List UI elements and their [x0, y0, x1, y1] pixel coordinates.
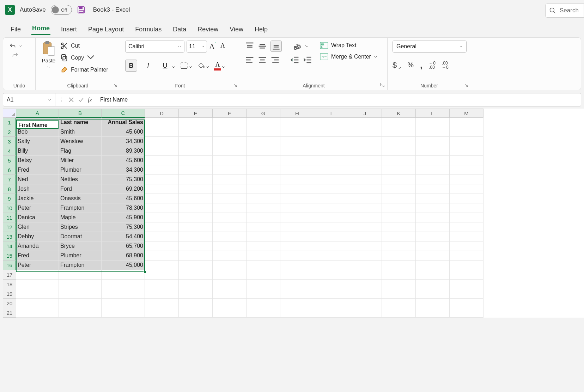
cell[interactable] — [213, 280, 247, 289]
cell[interactable] — [145, 184, 179, 194]
column-header[interactable]: C — [102, 109, 145, 118]
cell[interactable] — [450, 270, 483, 280]
cell[interactable] — [314, 146, 348, 156]
cell[interactable] — [280, 308, 314, 318]
cell[interactable] — [145, 222, 179, 232]
cell[interactable] — [213, 270, 247, 280]
cell[interactable] — [280, 137, 314, 146]
cell[interactable] — [179, 165, 213, 175]
cell[interactable] — [348, 280, 382, 289]
cell[interactable] — [247, 270, 280, 280]
cell[interactable] — [348, 137, 382, 146]
dialog-launcher-icon[interactable] — [463, 82, 469, 88]
tab-help[interactable]: Help — [254, 24, 268, 35]
column-header[interactable]: E — [179, 109, 213, 118]
cell[interactable] — [416, 232, 450, 241]
cell[interactable] — [314, 270, 348, 280]
cell[interactable] — [382, 213, 416, 222]
redo-button[interactable] — [11, 52, 20, 59]
cell[interactable] — [179, 289, 213, 299]
cell[interactable] — [247, 194, 280, 203]
cell[interactable] — [314, 299, 348, 308]
cell[interactable] — [213, 118, 247, 127]
cell[interactable]: Annual Sales — [102, 118, 145, 127]
cell[interactable]: Doormat — [59, 232, 102, 241]
cell[interactable] — [450, 184, 483, 194]
column-header[interactable]: L — [416, 109, 450, 118]
cell[interactable] — [450, 261, 483, 270]
cut-button[interactable]: Cut — [60, 42, 108, 50]
cell[interactable] — [416, 184, 450, 194]
cell[interactable] — [102, 280, 145, 289]
increase-decimal-button[interactable]: ←0.00 — [429, 61, 436, 69]
cell[interactable] — [145, 308, 179, 318]
cell[interactable] — [280, 261, 314, 270]
cell[interactable]: First Name — [16, 118, 59, 127]
cell[interactable] — [247, 241, 280, 251]
cell[interactable] — [280, 175, 314, 184]
tab-view[interactable]: View — [229, 24, 244, 35]
cell[interactable]: 69,200 — [102, 184, 145, 194]
row-header[interactable]: 21 — [3, 308, 16, 318]
cell[interactable] — [416, 261, 450, 270]
cell[interactable] — [314, 194, 348, 203]
row-header[interactable]: 3 — [3, 137, 16, 146]
cell[interactable] — [348, 261, 382, 270]
name-box[interactable]: A1 — [3, 93, 55, 106]
row-header[interactable]: 15 — [3, 251, 16, 261]
cell[interactable] — [382, 137, 416, 146]
cell[interactable] — [280, 289, 314, 299]
cell[interactable] — [16, 299, 59, 308]
cell[interactable] — [314, 280, 348, 289]
cell[interactable]: Flag — [59, 146, 102, 156]
cell[interactable]: Miller — [59, 156, 102, 165]
cell[interactable] — [213, 194, 247, 203]
cell[interactable] — [59, 280, 102, 289]
cell[interactable] — [314, 251, 348, 261]
cell[interactable] — [213, 137, 247, 146]
cell[interactable] — [247, 299, 280, 308]
cell[interactable]: Plumber — [59, 165, 102, 175]
cell[interactable] — [280, 165, 314, 175]
cell[interactable] — [247, 165, 280, 175]
cell[interactable] — [280, 213, 314, 222]
cell[interactable] — [145, 289, 179, 299]
cell[interactable] — [145, 241, 179, 251]
cell[interactable] — [59, 270, 102, 280]
cell[interactable]: Frampton — [59, 261, 102, 270]
cell[interactable] — [382, 270, 416, 280]
cell[interactable]: Last name — [59, 118, 102, 127]
cell[interactable] — [416, 165, 450, 175]
cell[interactable] — [348, 213, 382, 222]
cell[interactable] — [450, 232, 483, 241]
cell[interactable] — [450, 289, 483, 299]
cell[interactable] — [280, 241, 314, 251]
enter-icon[interactable] — [78, 97, 84, 103]
column-header[interactable]: B — [59, 109, 102, 118]
cell[interactable] — [247, 261, 280, 270]
cell[interactable] — [382, 118, 416, 127]
cell[interactable] — [450, 137, 483, 146]
cell[interactable] — [348, 232, 382, 241]
cell[interactable] — [280, 270, 314, 280]
tab-file[interactable]: File — [10, 24, 22, 35]
cell[interactable] — [382, 127, 416, 137]
cell[interactable]: Betsy — [16, 156, 59, 165]
cell[interactable] — [416, 299, 450, 308]
cell[interactable] — [382, 232, 416, 241]
row-header[interactable]: 17 — [3, 270, 16, 280]
row-header[interactable]: 9 — [3, 194, 16, 203]
cell[interactable] — [314, 289, 348, 299]
cell[interactable] — [450, 299, 483, 308]
cell[interactable] — [247, 289, 280, 299]
cell[interactable] — [450, 251, 483, 261]
cell[interactable] — [179, 280, 213, 289]
cell[interactable] — [450, 308, 483, 318]
row-header[interactable]: 13 — [3, 232, 16, 241]
spreadsheet-grid[interactable]: ABCDEFGHIJKLM 1First NameLast nameAnnual… — [3, 109, 584, 318]
cell[interactable] — [16, 308, 59, 318]
row-header[interactable]: 16 — [3, 261, 16, 270]
cell[interactable] — [247, 251, 280, 261]
cell[interactable]: 68,900 — [102, 251, 145, 261]
cell[interactable] — [348, 156, 382, 165]
